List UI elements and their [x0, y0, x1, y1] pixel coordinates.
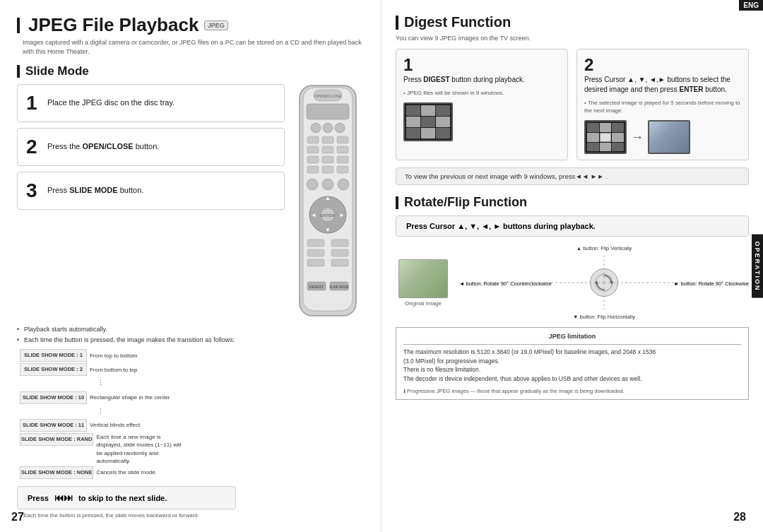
step-1-box: 1 Place the JPEG disc on the disc tray.: [17, 84, 285, 122]
page-number-left: 27: [11, 511, 24, 524]
svg-rect-31: [331, 240, 348, 247]
svg-point-20: [307, 179, 318, 190]
rotate-label-left: ◄ button: Rotate 90° Counterclockwise: [459, 278, 552, 287]
rotate-title: Rotate/Flip Function: [404, 195, 527, 210]
original-image-container: Original Image: [398, 259, 448, 307]
svg-point-7: [335, 123, 345, 133]
step-3-box: 3 Press SLIDE MODE button.: [17, 172, 285, 210]
svg-rect-12: [322, 146, 333, 153]
digest-step-1: 1 Press DIGEST button during playback. •…: [396, 49, 568, 160]
jpeg-limitation-box: JPEG limitation The maximum resolution i…: [396, 327, 749, 400]
mode-label-11: SLIDE SHOW MODE : 11: [20, 419, 87, 432]
section-bar-slide: [17, 65, 20, 78]
svg-rect-16: [337, 156, 348, 163]
digest-arrow: →: [631, 130, 644, 145]
svg-rect-34: [307, 259, 324, 266]
svg-point-6: [323, 123, 333, 133]
section-bar-main: [17, 18, 20, 33]
step-3-text: Press SLIDE MODE button.: [47, 185, 143, 196]
svg-rect-11: [307, 146, 319, 153]
mode-label-1: SLIDE SHOW MODE : 1: [20, 349, 87, 362]
jpeg-limit-note: ℹ Progressive JPEG images — those that a…: [403, 387, 741, 396]
step-1-text: Place the JPEG disc on the disc tray.: [47, 97, 175, 108]
skip-text-post: to skip to the next slide.: [78, 494, 167, 502]
digest-step-1-note: • JPEG files will be shown in 9 windows.: [403, 89, 560, 97]
right-page: ENG Digest Function You can view 9 JPEG …: [382, 0, 763, 532]
mode-desc-2: From bottom to top: [90, 365, 138, 375]
svg-rect-10: [337, 136, 348, 143]
svg-rect-32: [307, 249, 324, 256]
skip-text-pre: Press: [28, 494, 49, 502]
svg-rect-35: [331, 259, 348, 266]
operation-badge: OPERATION: [752, 234, 763, 298]
section-bar-rotate: [396, 196, 398, 209]
mode-desc-none: Cancels the slide mode.: [96, 467, 156, 478]
mode-desc-rand: Each time a new image is displayed, slid…: [96, 433, 181, 465]
svg-rect-30: [307, 240, 324, 247]
mode-label-none: SLIDE SHOW MODE : NONE: [20, 466, 93, 479]
step-2-text: Press the OPEN/CLOSE button.: [47, 141, 159, 152]
digest-step-2-number: 2: [584, 55, 741, 75]
rotate-center-circle: [590, 268, 618, 297]
svg-rect-9: [322, 136, 333, 143]
remote-control-image: OPEN/CLOSE: [289, 84, 367, 319]
page-title: JPEG File Playback: [28, 14, 199, 36]
svg-text:ENTER: ENTER: [321, 213, 336, 218]
jpeg-limit-line-3: There is no filesize limitation.: [403, 365, 741, 374]
rotate-label-right: ► button: Rotate 90° Clockwise: [674, 278, 749, 287]
svg-point-22: [338, 179, 349, 190]
slide-mode-title: Slide Mode: [25, 64, 89, 78]
mode-desc-10: Rectangular shape in the center: [90, 392, 170, 403]
jpeg-limit-line-1: The maximum resolution is 5120 x 3840 (o…: [403, 348, 741, 357]
mode-label-rand: SLIDE SHOW MODE : RAND: [20, 433, 93, 446]
digest-step2-grid: [584, 120, 627, 154]
step-1-number: 1: [26, 92, 40, 114]
bullet-notes: Playback starts automatically. Each time…: [17, 324, 367, 345]
digest-intro: You can view 9 JPEG images on the TV scr…: [396, 35, 749, 42]
eng-badge: ENG: [739, 0, 763, 11]
page-number-right: 28: [733, 511, 746, 524]
rotate-diagram: Original Image ▲ button: Flip Vertically: [398, 244, 749, 321]
nav-hint: To view the previous or next image with …: [396, 167, 749, 185]
svg-rect-33: [331, 249, 348, 256]
digest-step-1-number: 1: [403, 55, 560, 75]
svg-point-40: [596, 274, 613, 291]
svg-rect-17: [307, 166, 319, 173]
svg-rect-15: [322, 156, 333, 163]
svg-text:▲: ▲: [325, 195, 331, 201]
svg-point-5: [311, 123, 321, 133]
svg-rect-19: [337, 166, 348, 173]
mode-desc-11: Vertical blinds effect: [90, 420, 140, 430]
svg-text:◄: ◄: [311, 212, 317, 218]
svg-text:►: ►: [339, 212, 345, 218]
rotate-label-top: ▲ button: Flip Vertically: [576, 245, 632, 252]
svg-point-21: [322, 179, 333, 190]
digest-single-image: [648, 120, 690, 154]
digest-title: Digest Function: [404, 14, 511, 30]
svg-text:OPEN/CLOSE: OPEN/CLOSE: [314, 94, 341, 98]
rotate-label-bottom: ▼ button: Flip Horizontally: [573, 314, 635, 320]
section-bar-digest: [396, 16, 398, 30]
svg-rect-14: [307, 156, 319, 163]
page-subtitle: Images captured with a digital camera or…: [23, 38, 367, 56]
step-2-number: 2: [26, 136, 40, 158]
digest-step-2-note: • The selected image is played for 5 sec…: [584, 99, 741, 114]
digest-step-2-text: Press Cursor ▲, ▼, ◄,► buttons to select…: [584, 75, 741, 95]
mode-label-2: SLIDE SHOW MODE : 2: [20, 363, 87, 376]
rotate-instruction-box: Press Cursor ▲, ▼, ◄, ► buttons during p…: [396, 215, 749, 237]
skip-note: • Each time the button is pressed, the s…: [20, 512, 367, 519]
step-3-number: 3: [26, 179, 40, 202]
step-2-box: 2 Press the OPEN/CLOSE button.: [17, 128, 285, 166]
svg-text:▼: ▼: [325, 227, 331, 233]
digest-grid-image: [403, 102, 453, 141]
skip-area: Press ⏮⏭ to skip to the next slide.: [17, 486, 236, 509]
nav-hint-text: To view the previous or next image with …: [405, 172, 608, 180]
jpeg-limit-line-4: The decoder is device independent, thus …: [403, 374, 741, 384]
svg-rect-4: [307, 104, 349, 119]
mode-label-10: SLIDE SHOW MODE : 10: [20, 391, 87, 404]
mode-desc-1: From top to bottom: [90, 350, 138, 361]
original-label: Original Image: [398, 300, 448, 307]
digest-step-2: 2 Press Cursor ▲, ▼, ◄,► buttons to sele…: [576, 49, 749, 160]
rotate-box-text: Press Cursor ▲, ▼, ◄, ► buttons during p…: [406, 222, 596, 230]
svg-rect-8: [307, 136, 319, 143]
